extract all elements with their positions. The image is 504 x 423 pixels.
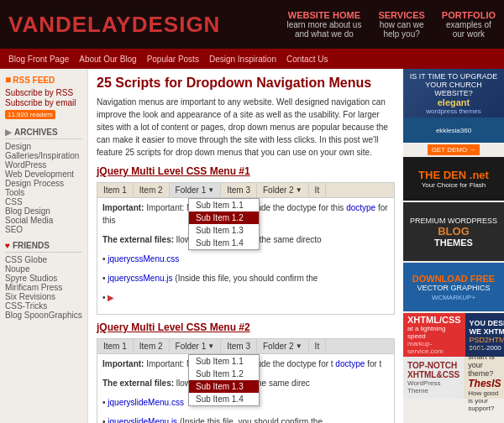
get-demo-button[interactable]: GET DEMO → (428, 144, 480, 155)
site-logo[interactable]: VANDELAYDESIGN (8, 12, 220, 38)
doctype-link[interactable]: doctype (346, 203, 375, 212)
menu2-title: jQuery Multi Level CSS Menu #2 (97, 321, 395, 333)
bullet-icon: • (102, 254, 106, 264)
menu2-item3[interactable]: Item 3 (221, 339, 257, 353)
markup-sub: WordPress Theme (407, 379, 459, 394)
thesis-brand: ThesIS (468, 378, 501, 389)
elegant-title: IS IT TIME TO UPGRADE YOUR CHURCH WEBSIT… (407, 72, 500, 97)
menu2-external: The external files: (102, 379, 174, 388)
list-item: WordPress (5, 160, 82, 170)
ad-premium[interactable]: PREMIUM WORDPRESS BLOG THEMES (403, 202, 504, 261)
topnav-design[interactable]: Design Inspiration (209, 55, 276, 64)
header-nav-portfolio[interactable]: PORTFOLIO examples of our work (442, 10, 496, 39)
menu2-folder2[interactable]: Folder 2 ▼ (257, 339, 309, 353)
list-item: Spyre Studios (5, 274, 82, 283)
doctype-link2[interactable]: doctype (335, 359, 365, 368)
menu2-item1[interactable]: Item 1 (97, 339, 134, 353)
menu1-note: (Inside this file, you should confirm th… (175, 274, 318, 283)
friends-list: CSS Globe Noupe Spyre Studios Mirificam … (5, 255, 82, 320)
ad-markup[interactable]: TOP-NOTCH XHTML&CSS WordPress Theme (403, 357, 464, 399)
menu1-js-link[interactable]: jquerycssMenu.js (108, 274, 172, 283)
ad-den[interactable]: THE DEN .net Your Choice for Flash (403, 157, 504, 201)
list-item: SEO (5, 225, 82, 234)
menu1-important: Important: (102, 203, 144, 212)
menu1-demo: Item 1 Item 2 Folder 1 ▼ Item 3 Folder 2… (97, 182, 395, 315)
menu2-js-link[interactable]: jqueryslideMenu.js (108, 417, 177, 423)
reader-count: 11,920 readers (5, 110, 55, 119)
xhtml-title: XHTML/CSS (407, 315, 461, 325)
menu2-subitem3[interactable]: Sub Item 1.3 (189, 380, 259, 393)
menu1-item4[interactable]: It (309, 183, 327, 197)
logo-main: VANDELAY (8, 12, 132, 37)
menu2-subitem4[interactable]: Sub Item 1.4 (189, 393, 259, 405)
list-item: Design (5, 142, 82, 151)
ad-row-thesis: TOP-NOTCH XHTML&CSS WordPress Theme How … (403, 357, 504, 399)
archives-title: ARCHIVES (14, 128, 58, 137)
rss-title: RSS FEED (13, 76, 55, 85)
menu1-css-link[interactable]: jquerycssMenu.css (108, 254, 179, 264)
xhtml-brand: markup-service.com (407, 340, 461, 355)
topnav-popular[interactable]: Popular Posts (147, 55, 199, 64)
den-sub: Your Choice for Flash (407, 181, 500, 189)
logo-accent: DESIGN (132, 12, 221, 37)
friends-section: ♥ FRIENDS CSS Globe Noupe Spyre Studios … (5, 241, 82, 320)
heart-icon: ♥ (5, 241, 10, 250)
menu1-subitem2[interactable]: Sub Item 1.2 (189, 212, 259, 224)
menu1-item2[interactable]: Item 2 (134, 183, 170, 197)
header-nav-services[interactable]: SERVICES how can we help you? (378, 10, 424, 39)
menu1-subitem4[interactable]: Sub Item 1.4 (189, 237, 259, 249)
menu2-item2[interactable]: Item 2 (134, 339, 170, 353)
menu2-subitem1[interactable]: Sub Item 1.1 (189, 355, 259, 368)
bullet-icon: • (102, 274, 106, 283)
bullet-icon: • (102, 398, 106, 407)
menu2-folder1[interactable]: Folder 1 ▼ (170, 339, 222, 353)
menu1-dropdown: Sub Item 1.1 Sub Item 1.2 Sub Item 1.3 S… (188, 198, 260, 250)
header-nav-home[interactable]: WEBSITE HOME learn more about us and wha… (286, 10, 361, 39)
dropdown-arrow-icon: ▼ (296, 342, 302, 350)
menu1-item3[interactable]: Item 3 (221, 183, 257, 197)
archives-section: ▶ ARCHIVES Design Galleries/Inspiration … (5, 128, 82, 234)
menu1-item1[interactable]: Item 1 (97, 183, 134, 197)
ad-thesis[interactable]: How smart is your theme? ThesIS How good… (464, 357, 504, 399)
menu1-subitem3[interactable]: Sub Item 1.3 (189, 224, 259, 237)
menu2-item4[interactable]: It (309, 339, 327, 353)
list-item: Blog SpoonGraphics (5, 311, 82, 320)
ad-ekklesia[interactable]: ekklesia360 (403, 118, 504, 143)
dropdown-arrow-icon: ▼ (207, 342, 214, 350)
right-sidebar: IS IT TIME TO UPGRADE YOUR CHURCH WEBSIT… (403, 69, 504, 423)
menu2-note: (Inside this file, you should confirm th… (180, 417, 323, 423)
email-subscribe-link[interactable]: Subscribe by email (5, 98, 82, 107)
topnav-blog[interactable]: Blog Front Page (8, 55, 69, 64)
menu1-folder2[interactable]: Folder 2 ▼ (257, 183, 309, 197)
main-content: 25 Scripts for Dropdown Navigation Menus… (88, 69, 403, 423)
download-sub: VECTOR GRAPHICS (417, 284, 491, 292)
menu2-dropdown: Sub Item 1.1 Sub Item 1.2 Sub Item 1.3 S… (188, 354, 260, 406)
dropdown-arrow-icon: ▼ (296, 186, 302, 194)
menu1-subitem1[interactable]: Sub Item 1.1 (189, 199, 259, 212)
menu1-folder1[interactable]: Folder 1 ▼ (170, 183, 222, 197)
menu1-bar: Item 1 Item 2 Folder 1 ▼ Item 3 Folder 2… (97, 183, 394, 198)
ekklesia-brand: ekklesia360 (436, 127, 471, 134)
rss-section: ■ RSS FEED Subscribe by RSS Subscribe by… (5, 74, 82, 121)
download-brand: WCMARKUP+ (432, 294, 475, 301)
list-item: Blog Design (5, 206, 82, 216)
topnav-contact[interactable]: Contact Us (286, 55, 328, 64)
archives-list: Design Galleries/Inspiration WordPress W… (5, 142, 82, 234)
topnav-about[interactable]: About Our Blog (79, 55, 136, 64)
menu2-subitem2[interactable]: Sub Item 1.2 (189, 368, 259, 380)
menu2-bar: Item 1 Item 2 Folder 1 ▼ Item 3 Folder 2… (97, 339, 394, 354)
premium-sub: THEMES (407, 238, 500, 248)
menu2-css-link[interactable]: jqueryslideMenu.css (108, 398, 184, 407)
archives-icon: ▶ (5, 128, 12, 137)
ad-xhtml[interactable]: XHTML/CSS at a lightning speed markup-se… (403, 313, 465, 357)
rss-subscribe-link[interactable]: Subscribe by RSS (5, 88, 82, 97)
premium-title: PREMIUM WORDPRESS (407, 217, 500, 225)
list-item: Social Media (5, 216, 82, 225)
premium-big: BLOG (407, 225, 500, 238)
ad-download[interactable]: DOWNLOAD FREE VECTOR GRAPHICS WCMARKUP+ (403, 263, 504, 311)
psd-brand: PSD2HTML.COM (470, 336, 504, 344)
menu2-content-area: Sub Item 1.1 Sub Item 1.2 Sub Item 1.3 S… (97, 354, 394, 423)
ad-elegant[interactable]: IS IT TIME TO UPGRADE YOUR CHURCH WEBSIT… (403, 69, 504, 155)
list-item: Six Revisions (5, 292, 82, 301)
thesis-title: How smart is your theme? (468, 344, 501, 378)
